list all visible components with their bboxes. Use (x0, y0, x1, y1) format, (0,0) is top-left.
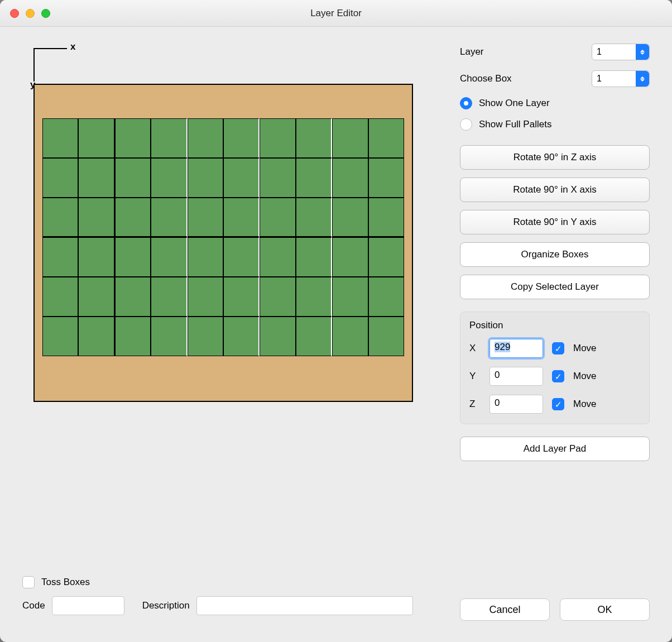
box-cell[interactable] (260, 198, 295, 237)
box-cell[interactable] (368, 277, 404, 317)
box-cell[interactable] (223, 198, 260, 237)
box-cell[interactable] (42, 277, 78, 317)
box-cell[interactable] (188, 158, 223, 198)
box-cell[interactable] (296, 158, 332, 198)
rotate-z-button[interactable]: Rotate 90° in Z axis (460, 145, 650, 170)
code-input[interactable] (52, 596, 124, 615)
window-title: Layer Editor (0, 8, 672, 19)
layer-select[interactable]: 1 (592, 44, 650, 60)
show-one-layer-radio[interactable]: Show One Layer (460, 97, 650, 109)
box-cell[interactable] (332, 317, 368, 356)
box-cell[interactable] (42, 118, 78, 158)
layer-select-value: 1 (597, 47, 602, 57)
box-cell[interactable] (78, 237, 114, 277)
box-cell[interactable] (260, 237, 295, 277)
box-cell[interactable] (188, 317, 223, 356)
code-label: Code (22, 600, 45, 611)
choose-box-select[interactable]: 1 (592, 70, 650, 87)
box-cell[interactable] (332, 277, 368, 317)
box-cell[interactable] (78, 118, 114, 158)
ok-button[interactable]: OK (560, 598, 650, 621)
position-panel: Position X 929 Move Y 0 Move Z 0 (460, 312, 650, 424)
box-cell[interactable] (296, 237, 332, 277)
box-cell[interactable] (78, 317, 114, 356)
description-input[interactable] (196, 596, 413, 615)
box-cell[interactable] (368, 198, 404, 237)
add-layer-pad-button[interactable]: Add Layer Pad (460, 437, 650, 461)
box-cell[interactable] (296, 277, 332, 317)
pos-z-input[interactable]: 0 (489, 395, 543, 414)
box-cell[interactable] (332, 158, 368, 198)
box-cell[interactable] (78, 158, 114, 198)
rotate-y-button[interactable]: Rotate 90° in Y axis (460, 210, 650, 234)
box-cell[interactable] (296, 198, 332, 237)
box-cell[interactable] (260, 277, 295, 317)
box-cell[interactable] (115, 158, 151, 198)
box-cell[interactable] (260, 158, 295, 198)
box-cell[interactable] (260, 118, 295, 158)
pos-z-move-checkbox[interactable] (552, 398, 564, 410)
box-cell[interactable] (368, 237, 404, 277)
pos-y-label: Y (469, 371, 481, 382)
layer-editor-window: Layer Editor x y Toss Boxes Code (0, 0, 672, 642)
box-cell[interactable] (223, 118, 260, 158)
box-cell[interactable] (368, 158, 404, 198)
box-cell[interactable] (151, 237, 187, 277)
toss-boxes-checkbox[interactable] (22, 576, 35, 588)
copy-selected-layer-button[interactable]: Copy Selected Layer (460, 275, 650, 299)
chevron-updown-icon (636, 71, 649, 87)
pos-x-input[interactable]: 929 (489, 339, 543, 358)
box-cell[interactable] (368, 317, 404, 356)
box-cell[interactable] (115, 237, 151, 277)
box-cell[interactable] (188, 277, 223, 317)
box-cell[interactable] (78, 198, 114, 237)
box-cell[interactable] (332, 237, 368, 277)
box-cell[interactable] (115, 118, 151, 158)
box-cell[interactable] (332, 118, 368, 158)
box-cell[interactable] (115, 198, 151, 237)
box-cell[interactable] (42, 317, 78, 356)
show-full-pallets-radio[interactable]: Show Full Pallets (460, 118, 650, 131)
box-cell[interactable] (223, 317, 260, 356)
box-cell[interactable] (332, 198, 368, 237)
box-cell[interactable] (223, 277, 260, 317)
box-cell[interactable] (151, 118, 187, 158)
box-cell[interactable] (188, 237, 223, 277)
pos-z-move-label: Move (573, 399, 597, 410)
box-cell[interactable] (296, 317, 332, 356)
box-cell[interactable] (42, 237, 78, 277)
organize-boxes-button[interactable]: Organize Boxes (460, 242, 650, 267)
box-cell[interactable] (151, 317, 187, 356)
box-cell[interactable] (188, 198, 223, 237)
box-cell[interactable] (296, 118, 332, 158)
show-one-layer-label: Show One Layer (479, 98, 550, 109)
pallet-canvas[interactable] (33, 84, 413, 402)
pos-y-move-label: Move (573, 371, 597, 382)
pos-x-move-checkbox[interactable] (552, 342, 564, 354)
box-cell[interactable] (223, 158, 260, 198)
cancel-button[interactable]: Cancel (460, 598, 550, 621)
description-label: Description (142, 600, 190, 611)
rotate-x-button[interactable]: Rotate 90° in X axis (460, 178, 650, 202)
show-full-pallets-label: Show Full Pallets (479, 119, 551, 130)
box-cell[interactable] (42, 198, 78, 237)
titlebar: Layer Editor (0, 0, 672, 27)
box-cell[interactable] (42, 158, 78, 198)
radio-icon (460, 118, 472, 131)
box-cell[interactable] (151, 158, 187, 198)
box-cell[interactable] (151, 198, 187, 237)
pos-y-move-checkbox[interactable] (552, 370, 564, 382)
box-cell[interactable] (115, 317, 151, 356)
choose-box-select-value: 1 (597, 74, 602, 84)
layer-label: Layer (460, 46, 484, 58)
box-cell[interactable] (151, 277, 187, 317)
box-cell[interactable] (188, 118, 223, 158)
box-cell[interactable] (115, 277, 151, 317)
pos-y-input[interactable]: 0 (489, 367, 543, 386)
box-cell[interactable] (368, 118, 404, 158)
axis-x-label: x (70, 41, 75, 52)
box-cell[interactable] (223, 237, 260, 277)
position-title: Position (469, 320, 640, 331)
box-cell[interactable] (260, 317, 295, 356)
box-cell[interactable] (78, 277, 114, 317)
